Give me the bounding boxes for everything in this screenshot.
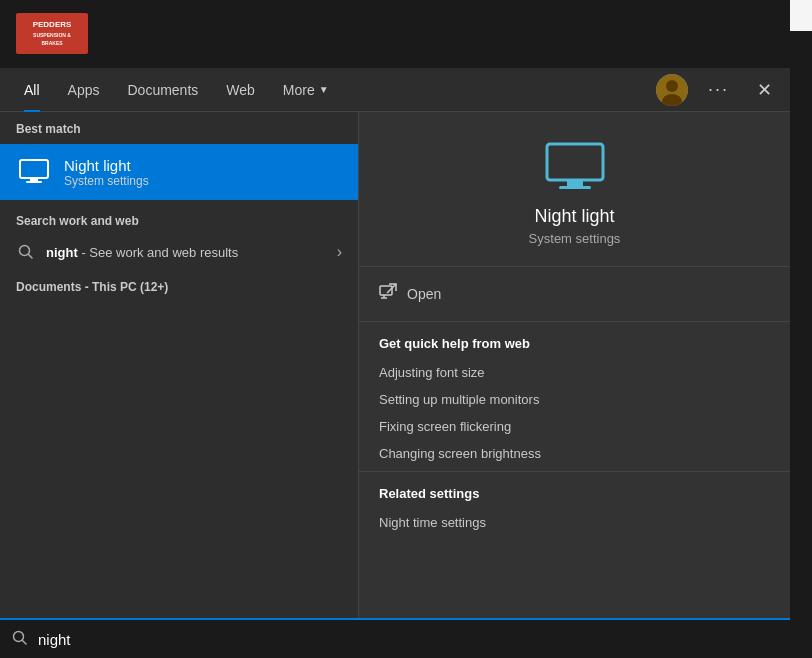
quick-help-title: Get quick help from web [379, 336, 770, 351]
svg-text:SUSPENSION &: SUSPENSION & [33, 32, 71, 38]
more-arrow-icon: ▼ [319, 84, 329, 95]
content-area: Best match Night light System settings S… [0, 112, 790, 658]
tab-apps[interactable]: Apps [54, 68, 114, 112]
open-button[interactable]: Open [379, 279, 770, 309]
related-link-1[interactable]: Night time settings [379, 509, 770, 536]
best-match-subtitle: System settings [64, 174, 149, 188]
best-match-item[interactable]: Night light System settings [0, 144, 358, 200]
svg-text:BRAKES: BRAKES [41, 40, 63, 46]
svg-line-11 [29, 255, 33, 259]
best-match-title: Night light [64, 157, 149, 174]
left-results-panel: Best match Night light System settings S… [0, 112, 358, 658]
search-bar [0, 618, 790, 658]
quick-help-section: Get quick help from web Adjusting font s… [359, 322, 790, 472]
svg-line-20 [23, 640, 27, 644]
svg-text:PEDDERS: PEDDERS [33, 20, 72, 29]
tabs-right-area: ··· ✕ [656, 74, 780, 106]
svg-rect-13 [567, 180, 583, 186]
help-link-2[interactable]: Setting up multiple monitors [379, 386, 770, 413]
app-subtitle: System settings [529, 231, 621, 246]
app-header: Night light System settings [359, 112, 790, 267]
help-link-1[interactable]: Adjusting font size [379, 359, 770, 386]
close-button[interactable]: ✕ [749, 75, 780, 105]
best-match-text-block: Night light System settings [64, 157, 149, 188]
svg-rect-9 [26, 181, 42, 183]
documents-label: Documents - This PC (12+) [0, 270, 358, 300]
help-link-4[interactable]: Changing screen brightness [379, 440, 770, 467]
night-light-result-icon [16, 154, 52, 190]
tabs-bar: All Apps Documents Web More ▼ ··· ✕ [0, 68, 790, 112]
search-panel: PEDDERS SUSPENSION & BRAKES All Apps Doc… [0, 0, 790, 658]
tab-documents[interactable]: Documents [113, 68, 212, 112]
search-work-label: Search work and web [0, 202, 358, 234]
right-detail-panel: Night light System settings [358, 112, 790, 658]
tab-more[interactable]: More ▼ [269, 68, 343, 112]
tab-all[interactable]: All [10, 68, 54, 112]
suggestion-arrow-icon: › [337, 243, 342, 261]
open-section: Open [359, 267, 790, 322]
related-settings-title: Related settings [379, 486, 770, 501]
brand-logo: PEDDERS SUSPENSION & BRAKES [16, 14, 88, 54]
user-avatar[interactable] [656, 74, 688, 106]
tab-web[interactable]: Web [212, 68, 269, 112]
search-suggestion-item[interactable]: night - See work and web results › [0, 234, 358, 270]
app-name: Night light [534, 206, 614, 227]
search-bar-icon [12, 630, 28, 649]
help-link-3[interactable]: Fixing screen flickering [379, 413, 770, 440]
suggestion-text: night - See work and web results [46, 245, 238, 260]
related-settings-section: Related settings Night time settings [359, 472, 790, 540]
svg-rect-12 [547, 144, 603, 180]
logo-bar: PEDDERS SUSPENSION & BRAKES [0, 0, 790, 68]
svg-rect-14 [559, 186, 591, 189]
app-monitor-icon [545, 142, 605, 194]
svg-point-5 [666, 80, 678, 92]
svg-rect-7 [20, 160, 48, 178]
svg-rect-8 [30, 178, 38, 181]
open-icon [379, 283, 397, 305]
search-input[interactable] [38, 631, 778, 648]
best-match-label: Best match [0, 112, 358, 142]
search-small-icon [16, 242, 36, 262]
options-dots-button[interactable]: ··· [700, 75, 737, 104]
